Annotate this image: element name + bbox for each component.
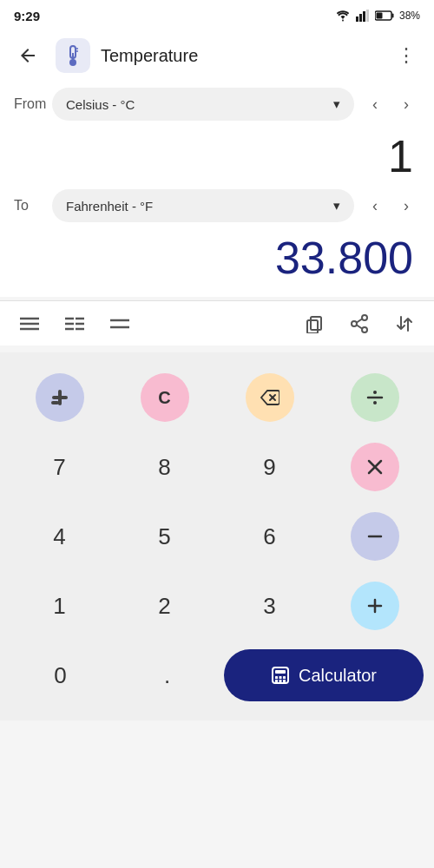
- clear-circle[interactable]: C: [141, 373, 189, 422]
- svg-rect-44: [275, 670, 286, 674]
- key-6[interactable]: 6: [220, 505, 319, 568]
- to-unit-selector[interactable]: Fahrenheit - °F ▾: [52, 189, 354, 222]
- func-circle[interactable]: [36, 373, 84, 422]
- input-value: 1: [14, 128, 420, 181]
- to-label: To: [14, 198, 45, 214]
- svg-rect-46: [279, 676, 281, 679]
- toolbar: [0, 300, 434, 345]
- to-row: To Fahrenheit - °F ▾ ‹ ›: [14, 181, 420, 230]
- toolbar-right: [299, 308, 420, 339]
- key-dot[interactable]: .: [117, 644, 217, 707]
- battery-percent: 38%: [399, 10, 420, 22]
- key-9[interactable]: 9: [220, 436, 319, 498]
- svg-rect-24: [307, 320, 318, 333]
- back-button[interactable]: [10, 38, 45, 73]
- svg-rect-32: [51, 401, 59, 404]
- swap-button[interactable]: [389, 308, 420, 339]
- key-8[interactable]: 8: [115, 436, 214, 498]
- svg-rect-0: [356, 16, 358, 22]
- toolbar-left: [14, 308, 135, 339]
- column-view-button[interactable]: [59, 308, 90, 339]
- svg-rect-1: [359, 14, 362, 22]
- signal-icon: [356, 10, 370, 22]
- share-button[interactable]: [344, 308, 375, 339]
- svg-point-26: [352, 321, 357, 326]
- to-unit-text: Fahrenheit - °F: [66, 199, 153, 214]
- row-789: 7 8 9: [10, 436, 424, 498]
- svg-line-28: [357, 319, 362, 322]
- minus-key[interactable]: [326, 505, 424, 568]
- status-time: 9:29: [14, 9, 40, 23]
- calculator-button[interactable]: Calculator: [224, 649, 424, 701]
- last-row: 0 . Calculator: [10, 644, 424, 707]
- to-prev-button[interactable]: ‹: [361, 192, 389, 220]
- svg-rect-45: [275, 676, 278, 679]
- backspace-key[interactable]: [220, 366, 319, 429]
- svg-point-37: [373, 401, 377, 404]
- key-5[interactable]: 5: [115, 505, 214, 568]
- svg-point-25: [362, 315, 367, 320]
- app-icon: [56, 38, 90, 73]
- copy-button[interactable]: [299, 308, 330, 339]
- status-icons: 38%: [335, 10, 420, 22]
- row-123: 1 2 3: [10, 575, 424, 637]
- conversion-area: From Celsius - °C ▾ ‹ › 1 To Fahrenheit …: [0, 80, 434, 297]
- svg-rect-23: [311, 317, 321, 330]
- to-next-button[interactable]: ›: [392, 192, 420, 220]
- from-unit-selector[interactable]: Celsius - °C ▾: [52, 88, 354, 121]
- calculator-label: Calculator: [299, 666, 377, 686]
- backspace-circle[interactable]: [246, 373, 294, 422]
- app-bar: Temperature ⋮: [0, 31, 434, 80]
- list-view-button[interactable]: [14, 308, 45, 339]
- multiply-key[interactable]: [326, 436, 424, 498]
- app-title: Temperature: [101, 46, 378, 66]
- divide-circle[interactable]: [351, 373, 399, 422]
- special-row: C: [10, 366, 424, 429]
- plus-circle[interactable]: [351, 582, 399, 630]
- svg-rect-2: [363, 11, 365, 22]
- key-2[interactable]: 2: [115, 575, 214, 637]
- svg-point-9: [69, 59, 76, 66]
- minus-circle[interactable]: [351, 512, 399, 561]
- keypad: C 7 8 9 4 5 6: [0, 352, 434, 720]
- svg-rect-3: [366, 10, 369, 22]
- svg-rect-48: [275, 680, 278, 682]
- from-prev-button[interactable]: ‹: [361, 90, 389, 118]
- battery-icon: [375, 10, 394, 21]
- svg-rect-49: [279, 680, 281, 682]
- calc-icon: [271, 666, 290, 685]
- svg-line-29: [357, 325, 362, 328]
- more-button[interactable]: ⋮: [389, 38, 424, 73]
- from-unit-text: Celsius - °C: [66, 97, 135, 112]
- status-bar: 9:29 38%: [0, 0, 434, 31]
- svg-rect-6: [376, 13, 382, 19]
- key-0[interactable]: 0: [10, 644, 110, 707]
- to-dropdown-arrow: ▾: [333, 198, 340, 214]
- svg-point-27: [362, 327, 367, 332]
- key-4[interactable]: 4: [10, 505, 108, 568]
- svg-point-35: [373, 391, 377, 394]
- row-456: 4 5 6: [10, 505, 424, 568]
- svg-rect-5: [391, 14, 393, 18]
- svg-rect-50: [283, 680, 286, 682]
- svg-rect-47: [283, 676, 286, 679]
- from-row: From Celsius - °C ▾ ‹ ›: [14, 80, 420, 128]
- key-1[interactable]: 1: [10, 575, 108, 637]
- compact-view-button[interactable]: [104, 308, 135, 339]
- clear-key[interactable]: C: [115, 366, 214, 429]
- from-label: From: [14, 96, 45, 112]
- key-7[interactable]: 7: [10, 436, 108, 498]
- output-value: 33.800: [14, 230, 420, 290]
- wifi-icon: [335, 10, 351, 22]
- function-key[interactable]: [10, 366, 108, 429]
- plus-key[interactable]: [326, 575, 424, 637]
- from-dropdown-arrow: ▾: [333, 96, 340, 112]
- to-nav-arrows: ‹ ›: [361, 192, 420, 220]
- from-next-button[interactable]: ›: [392, 90, 420, 118]
- from-nav-arrows: ‹ ›: [361, 90, 420, 118]
- clear-label: C: [158, 388, 170, 408]
- divide-key[interactable]: [326, 366, 424, 429]
- key-3[interactable]: 3: [220, 575, 319, 637]
- multiply-circle[interactable]: [351, 443, 399, 491]
